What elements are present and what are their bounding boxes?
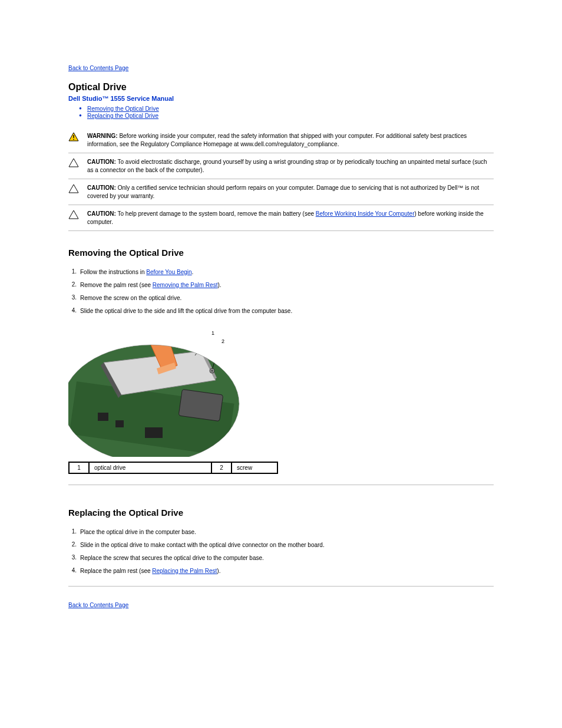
svg-point-2: [73, 139, 74, 140]
step-text: Replace the palm rest (see: [80, 568, 152, 574]
caution-notice-2: CAUTION: Only a certified service techni…: [68, 179, 494, 205]
replacing-step: 2. Slide in the optical drive to make co…: [68, 541, 494, 549]
step-number: 2.: [68, 281, 77, 289]
svg-marker-4: [69, 185, 78, 193]
caution-icon: [68, 158, 81, 167]
step-link[interactable]: Replacing the Palm Rest: [152, 568, 217, 574]
replacing-step: 1. Place the optical drive in the comput…: [68, 528, 494, 536]
svg-rect-14: [178, 389, 223, 421]
step-number: 2.: [68, 541, 77, 549]
caution3-lead: CAUTION:: [87, 210, 116, 217]
warning-lead: WARNING:: [87, 133, 118, 139]
svg-rect-16: [115, 420, 124, 427]
step-number: 4.: [68, 307, 77, 315]
svg-text:2: 2: [222, 338, 224, 344]
removing-step: 4. Slide the optical drive to the side a…: [68, 307, 494, 315]
svg-rect-17: [145, 427, 163, 438]
svg-marker-3: [69, 159, 78, 167]
back-to-contents-link[interactable]: Back to Contents Page: [68, 65, 128, 71]
caution-notice-1: CAUTION: To avoid electrostatic discharg…: [68, 153, 494, 179]
caution3-link[interactable]: Before Working Inside Your Computer: [316, 210, 415, 217]
toc-replacing-item: Replacing the Optical Drive: [79, 113, 494, 119]
svg-rect-15: [98, 413, 108, 421]
removing-step: 1. Follow the instructions in Before You…: [68, 268, 494, 276]
step-text-after: ).: [217, 282, 221, 288]
caution-notice-3: CAUTION: To help prevent damage to the s…: [68, 205, 494, 231]
back-link-top: Back to Contents Page: [68, 65, 494, 71]
section-divider: [68, 586, 494, 587]
step-link[interactable]: Before You Begin: [146, 269, 191, 275]
toc-list: Removing the Optical Drive Replacing the…: [79, 106, 494, 119]
warning-icon: [68, 132, 81, 141]
step-number: 1.: [68, 528, 77, 536]
step-text: Slide the optical drive to the side and …: [80, 308, 292, 314]
caution-icon: [68, 210, 81, 219]
back-to-contents-link[interactable]: Back to Contents Page: [68, 602, 128, 608]
step-text-after: ).: [217, 568, 220, 574]
caution-icon: [68, 184, 81, 193]
section-divider: [68, 485, 494, 485]
table-row: 1 optical drive 2 screw: [69, 462, 277, 473]
step-text: Replace the screw that secures the optic…: [80, 555, 264, 561]
replacing-step: 3. Replace the screw that secures the op…: [68, 554, 494, 562]
svg-text:1: 1: [211, 330, 214, 336]
warning-body: Before working inside your computer, rea…: [87, 133, 467, 147]
svg-line-18: [195, 335, 210, 355]
step-link[interactable]: Removing the Palm Rest: [153, 282, 218, 288]
callout-1-num: 1: [69, 462, 89, 473]
caution3-body-a: To help prevent damage to the system boa…: [116, 210, 316, 217]
callout-1-label: optical drive: [89, 462, 211, 473]
removing-step: 2. Remove the palm rest (see Removing th…: [68, 281, 494, 289]
caution2-body: Only a certified service technician shou…: [87, 185, 479, 199]
step-number: 4.: [68, 567, 77, 575]
step-text: Follow the instructions in: [80, 269, 146, 275]
step-text: Place the optical drive in the computer …: [80, 529, 196, 535]
step-text: Remove the screw on the optical drive.: [80, 295, 181, 301]
step-text: Remove the palm rest (see: [80, 282, 153, 288]
caution1-lead: CAUTION:: [87, 159, 116, 165]
toc-replacing-link[interactable]: Replacing the Optical Drive: [87, 113, 158, 119]
optical-drive-figure: 1 2: [68, 327, 251, 457]
step-number: 3.: [68, 554, 77, 562]
toc-removing-item: Removing the Optical Drive: [79, 106, 494, 112]
svg-marker-5: [69, 210, 78, 219]
callout-2-label: screw: [232, 462, 277, 473]
caution1-body: To avoid electrostatic discharge, ground…: [87, 159, 487, 173]
step-text-after: .: [192, 269, 194, 275]
removing-step: 3. Remove the screw on the optical drive…: [68, 294, 494, 302]
toc-removing-link[interactable]: Removing the Optical Drive: [87, 106, 159, 112]
warning-notice: WARNING: Before working inside your comp…: [68, 127, 494, 153]
step-number: 1.: [68, 268, 77, 276]
callout-table: 1 optical drive 2 screw: [68, 462, 278, 474]
step-number: 3.: [68, 294, 77, 302]
removing-title: Removing the Optical Drive: [68, 248, 494, 258]
back-link-bottom: Back to Contents Page: [68, 602, 494, 608]
step-text: Slide in the optical drive to make conta…: [80, 542, 325, 548]
page-title: Optical Drive: [68, 82, 494, 93]
manual-subtitle: Dell Studio™ 1555 Service Manual: [68, 95, 494, 102]
replacing-step: 4. Replace the palm rest (see Replacing …: [68, 567, 494, 575]
replacing-title: Replacing the Optical Drive: [68, 508, 494, 518]
callout-2-num: 2: [211, 462, 232, 473]
caution2-lead: CAUTION:: [87, 185, 116, 191]
